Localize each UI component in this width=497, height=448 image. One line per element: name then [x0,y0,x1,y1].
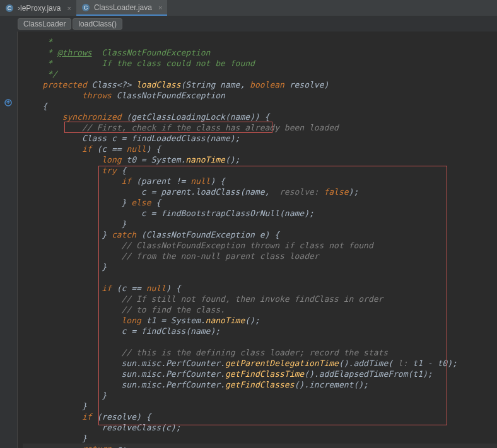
tab-classloader[interactable]: C ClassLoader.java × [76,0,168,16]
svg-text:C: C [8,5,12,11]
code-editor[interactable]: * * @throws ClassNotFoundException * If … [0,32,497,448]
code-content[interactable]: * * @throws ClassNotFoundException * If … [18,32,497,448]
close-icon[interactable]: × [158,4,162,11]
tab-label: ›leProxy.java [18,4,61,13]
java-class-icon: C [81,3,90,12]
close-icon[interactable]: × [67,4,71,12]
java-class-icon: C [5,4,14,13]
structure-breadcrumbs: ClassLoader loadClass() [0,16,497,32]
crumb-class[interactable]: ClassLoader [18,18,71,30]
code-text: * * @throws ClassNotFoundException * If … [23,37,497,448]
editor-gutter [0,32,18,448]
crumb-method[interactable]: loadClass() [73,18,122,30]
tab-label: ClassLoader.java [94,3,152,12]
override-gutter-icon[interactable] [4,98,14,108]
editor-tabs: C ›leProxy.java × C ClassLoader.java × [0,0,497,16]
tab-proxy[interactable]: C ›leProxy.java × [0,0,76,16]
svg-text:C: C [84,4,88,11]
